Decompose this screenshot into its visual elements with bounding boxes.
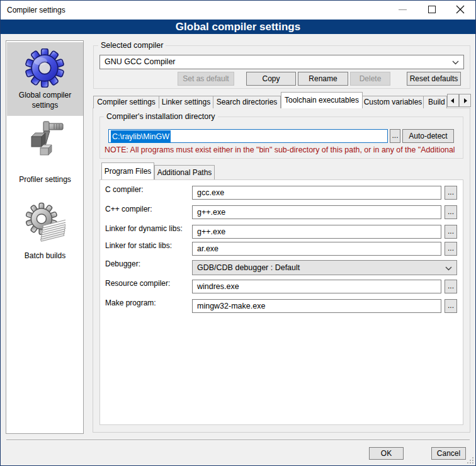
title-bar: Compiler settings [1,1,475,20]
chevron-down-icon [445,266,452,271]
cancel-button[interactable]: Cancel [431,447,466,460]
sidebar: Global compiler settings Profiler settin… [6,40,84,434]
compiler-settings-dialog: Compiler settings Global compiler settin… [0,0,476,466]
tab-scroll-right-button[interactable] [459,94,471,107]
resource-compiler-input[interactable]: windres.exe [192,280,441,293]
tab-scroll-left-button[interactable] [447,94,459,107]
linker-dynamic-label: Linker for dynamic libs: [105,222,193,236]
tab-build[interactable]: Build [423,96,447,108]
profiler-icon [25,118,65,161]
debugger-select[interactable]: GDB/CDB debugger : Default [192,260,457,275]
sidebar-item-label: Global compiler settings [7,90,83,110]
browse-button[interactable]: ... [445,280,457,293]
cpp-compiler-input[interactable]: g++.exe [192,205,441,219]
resize-grip[interactable] [472,462,473,463]
resource-compiler-label: Resource compiler: [105,276,193,290]
selected-text: C:\raylib\MinGW [111,130,171,143]
close-icon[interactable] [456,5,465,14]
compiler-select[interactable]: GNU GCC Compiler [99,55,464,69]
set-as-default-button[interactable]: Set as default [178,72,234,86]
copy-button[interactable]: Copy [246,72,296,86]
linker-static-label: Linker for static libs: [105,239,193,253]
compiler-select-value: GNU GCC Compiler [105,55,176,69]
tab-linker-settings[interactable]: Linker settings [159,96,213,108]
window-title: Compiler settings [7,1,65,20]
browse-button[interactable]: ... [445,242,457,256]
linker-dynamic-input[interactable]: g++.exe [192,225,441,239]
minimize-icon[interactable] [399,9,407,10]
left-arrow-icon [451,98,454,103]
cpp-compiler-label: C++ compiler: [105,202,193,216]
tab-toolchain-executables[interactable]: Toolchain executables [281,92,363,108]
subtab-additional-paths[interactable]: Additional Paths [154,165,215,179]
footer-separator [6,440,470,440]
sidebar-item-label: Profiler settings [7,174,83,185]
browse-button[interactable]: ... [445,186,457,200]
chevron-down-icon [452,60,459,65]
make-program-input[interactable]: mingw32-make.exe [192,299,441,313]
browse-button[interactable]: ... [445,299,457,313]
installation-directory-legend: Compiler's installation directory [104,112,218,121]
browse-directory-button[interactable]: ... [390,129,400,143]
selected-compiler-legend: Selected compiler [98,41,166,50]
subtab-program-files[interactable]: Program Files [101,162,154,179]
make-program-label: Make program: [105,296,193,310]
dialog-header: Global compiler settings [1,20,475,34]
maximize-icon[interactable] [428,6,436,13]
c-compiler-label: C compiler: [105,183,193,196]
reset-defaults-button[interactable]: Reset defaults [407,72,461,86]
delete-button[interactable]: Delete [350,72,390,86]
batch-builds-icon [25,202,65,244]
tab-compiler-settings[interactable]: Compiler settings [93,96,159,108]
browse-button[interactable]: ... [445,205,457,219]
ok-button[interactable]: OK [369,447,404,460]
browse-button[interactable]: ... [445,225,457,239]
rename-button[interactable]: Rename [298,72,348,86]
installation-directory-input[interactable]: C:\raylib\MinGW [108,129,388,143]
right-arrow-icon [464,98,467,103]
c-compiler-input[interactable]: gcc.exe [192,186,441,200]
sidebar-item-label: Batch builds [7,251,83,261]
tab-custom-variables[interactable]: Custom variables [362,96,424,108]
tab-search-directories[interactable]: Search directories [213,96,281,108]
blue-gear-icon [25,48,64,88]
auto-detect-button[interactable]: Auto-detect [402,129,454,143]
debugger-label: Debugger: [105,257,193,271]
note-text: NOTE: All programs must exist either in … [105,145,463,155]
linker-static-input[interactable]: ar.exe [192,242,441,256]
